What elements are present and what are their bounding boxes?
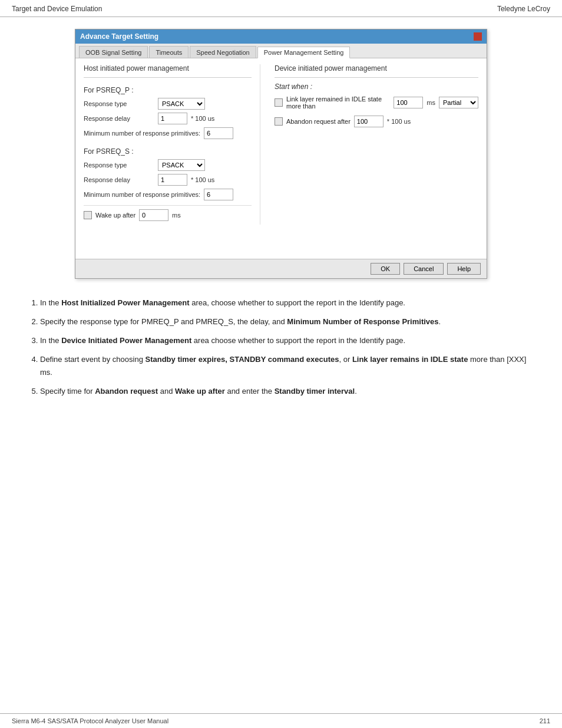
- tab-power-management[interactable]: Power Management Setting: [257, 47, 351, 58]
- psreq-p-response-delay-row: Response delay * 100 us: [84, 113, 252, 124]
- instruction-4: Define start event by choosing Standby t…: [40, 353, 538, 379]
- header-left: Target and Device Emulation: [12, 5, 102, 13]
- tab-timeouts[interactable]: Timeouts: [149, 46, 189, 58]
- abandon-checkbox[interactable]: [275, 117, 283, 126]
- instruction-3: In the Device Initiated Power Management…: [40, 334, 538, 347]
- psreq-s-min-response-row: Minimum number of response primitives:: [84, 189, 252, 200]
- link-layer-row: Link layer remained in IDLE state more t…: [275, 95, 478, 110]
- link-layer-value-input[interactable]: [394, 97, 423, 108]
- tab-speed-negotiation[interactable]: Speed Negotiation: [190, 46, 256, 58]
- psreq-s-delay-unit: * 100 us: [191, 176, 214, 183]
- psreq-s-response-delay-input[interactable]: [158, 174, 187, 186]
- link-layer-checkbox[interactable]: [275, 98, 283, 107]
- dialog-titlebar: Advance Target Setting: [75, 29, 487, 44]
- footer-right: 211: [540, 717, 550, 724]
- abandon-unit: * 100 us: [387, 118, 411, 125]
- psreq-p-response-type-label: Response type: [84, 100, 154, 107]
- psreq-p-response-delay-input[interactable]: [158, 113, 187, 124]
- link-layer-ms: ms: [427, 99, 435, 106]
- abandon-request-row: Abandon request after * 100 us: [275, 116, 478, 127]
- instruction-1: In the Host Initialized Power Management…: [40, 297, 538, 309]
- left-column: Host initiated power management For PSRE…: [84, 64, 260, 225]
- wake-up-label: Wake up after: [95, 212, 135, 219]
- right-column: Device initiated power management Start …: [272, 64, 478, 225]
- psreq-s-response-type-label: Response type: [84, 162, 154, 169]
- dialog-columns: Host initiated power management For PSRE…: [84, 64, 478, 225]
- cancel-button[interactable]: Cancel: [404, 263, 444, 275]
- start-when-label: Start when :: [275, 83, 478, 91]
- dialog-window: Advance Target Setting OOB Signal Settin…: [75, 29, 487, 279]
- page-footer: Sierra M6-4 SAS/SATA Protocol Analyzer U…: [0, 713, 562, 728]
- psreq-s-min-response-input[interactable]: [204, 189, 233, 200]
- psreq-s-response-type-select[interactable]: PSACK PSNACK PSRDP: [158, 159, 205, 171]
- footer-left: Sierra M6-4 SAS/SATA Protocol Analyzer U…: [12, 717, 168, 724]
- device-pm-heading: Device initiated power management: [275, 64, 478, 73]
- link-layer-label: Link layer remained in IDLE state more t…: [286, 95, 390, 110]
- ok-button[interactable]: OK: [371, 263, 400, 275]
- instructions-section: In the Host Initialized Power Management…: [18, 297, 544, 398]
- psreq-p-min-response-label: Minimum number of response primitives:: [84, 130, 200, 137]
- header-right: Teledyne LeCroy: [497, 5, 550, 13]
- dialog-footer: OK Cancel Help: [75, 259, 487, 278]
- dialog-tabs: OOB Signal Setting Timeouts Speed Negoti…: [75, 44, 487, 58]
- dialog-body: Host initiated power management For PSRE…: [75, 58, 487, 259]
- psreq-p-min-response-input[interactable]: [204, 127, 233, 139]
- psreq-p-min-response-row: Minimum number of response primitives:: [84, 127, 252, 139]
- help-button[interactable]: Help: [447, 263, 481, 275]
- psreq-s-response-delay-row: Response delay * 100 us: [84, 174, 252, 186]
- psreq-p-response-type-select[interactable]: PSACK PSNACK PSRDP: [158, 98, 205, 110]
- psreq-p-label: For PSREQ_P :: [84, 86, 252, 94]
- psreq-s-response-type-row: Response type PSACK PSNACK PSRDP: [84, 159, 252, 171]
- dialog-title: Advance Target Setting: [80, 32, 158, 41]
- abandon-label: Abandon request after: [286, 118, 351, 125]
- psreq-s-label: For PSREQ_S :: [84, 147, 252, 156]
- psreq-p-response-delay-label: Response delay: [84, 115, 154, 122]
- instruction-5: Specify time for Abandon request and Wak…: [40, 385, 538, 398]
- host-pm-heading: Host initiated power management: [84, 64, 252, 73]
- wake-up-unit: ms: [172, 212, 181, 219]
- page-content: Advance Target Setting OOB Signal Settin…: [0, 17, 562, 416]
- psreq-s-min-response-label: Minimum number of response primitives:: [84, 191, 200, 198]
- psreq-s-response-delay-label: Response delay: [84, 176, 154, 183]
- instruction-2: Specify the response type for PMREQ_P an…: [40, 315, 538, 328]
- tab-oob-signal[interactable]: OOB Signal Setting: [79, 46, 148, 58]
- wake-up-row: Wake up after ms: [84, 205, 252, 225]
- psreq-p-delay-unit: * 100 us: [191, 115, 214, 122]
- page-header: Target and Device Emulation Teledyne LeC…: [0, 0, 562, 17]
- wake-up-checkbox[interactable]: [84, 211, 92, 219]
- close-icon[interactable]: [474, 32, 482, 41]
- wake-up-input[interactable]: [139, 209, 168, 221]
- abandon-value-input[interactable]: [354, 116, 384, 127]
- psreq-p-response-type-row: Response type PSACK PSNACK PSRDP: [84, 98, 252, 110]
- link-layer-dropdown[interactable]: Partial Slumber: [439, 97, 478, 108]
